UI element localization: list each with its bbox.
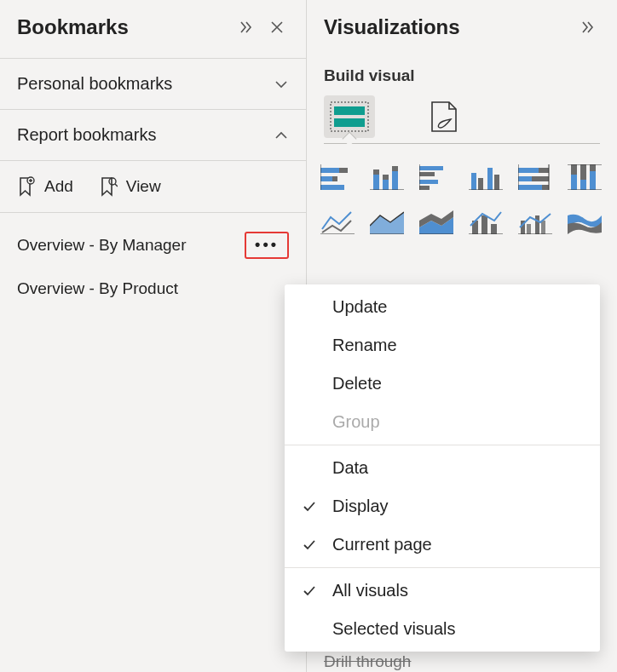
check-icon xyxy=(302,583,317,599)
ctx-all-visuals[interactable]: All visuals xyxy=(285,571,600,610)
report-bookmarks-label: Report bookmarks xyxy=(17,125,274,145)
bookmark-context-menu: Update Rename Delete Group Data Display … xyxy=(285,284,600,652)
svg-rect-14 xyxy=(383,175,389,180)
svg-rect-13 xyxy=(383,180,389,190)
bookmark-actions-row: Add View xyxy=(0,161,306,213)
svg-rect-30 xyxy=(518,176,532,181)
svg-rect-32 xyxy=(518,185,542,190)
ribbon-chart-icon[interactable] xyxy=(566,204,603,234)
svg-rect-16 xyxy=(392,166,398,171)
close-icon xyxy=(270,20,284,34)
view-label: View xyxy=(126,177,161,196)
chevron-double-right-icon xyxy=(239,20,254,35)
svg-rect-25 xyxy=(487,168,493,190)
separator xyxy=(285,445,600,445)
ellipsis-icon: ••• xyxy=(255,237,279,252)
bookmark-add-icon xyxy=(17,176,36,197)
svg-rect-33 xyxy=(542,185,549,190)
add-bookmark-button[interactable]: Add xyxy=(17,176,73,197)
line-chart-icon[interactable] xyxy=(319,204,356,234)
collapse-pane-button[interactable] xyxy=(234,15,258,39)
svg-rect-31 xyxy=(532,176,549,181)
ctx-rename[interactable]: Rename xyxy=(285,326,600,365)
build-visual-label: Build visual xyxy=(324,66,600,85)
svg-rect-39 xyxy=(580,180,586,190)
line-clustered-column-icon[interactable] xyxy=(516,204,554,234)
visualization-gallery xyxy=(307,144,617,250)
svg-rect-56 xyxy=(535,215,539,234)
check-icon xyxy=(302,537,317,553)
personal-bookmarks-section[interactable]: Personal bookmarks xyxy=(0,59,306,110)
bookmarks-pane: Bookmarks Personal bookmarks Report book… xyxy=(0,0,307,672)
svg-rect-11 xyxy=(373,175,379,190)
clustered-column-chart-icon[interactable] xyxy=(467,159,505,190)
svg-rect-7 xyxy=(320,176,332,181)
report-bookmarks-section[interactable]: Report bookmarks xyxy=(0,110,306,161)
svg-rect-55 xyxy=(527,224,531,234)
bookmark-view-icon xyxy=(99,176,118,197)
ctx-update[interactable]: Update xyxy=(285,288,600,326)
separator xyxy=(285,567,600,568)
view-bookmark-button[interactable]: View xyxy=(99,176,161,197)
svg-rect-41 xyxy=(590,171,596,190)
svg-rect-20 xyxy=(419,180,438,184)
format-visual-tab[interactable] xyxy=(418,95,469,138)
svg-rect-12 xyxy=(373,169,379,175)
area-chart-icon[interactable] xyxy=(368,204,406,234)
stacked-bar-chart-icon[interactable] xyxy=(319,159,356,190)
svg-rect-24 xyxy=(478,178,483,190)
check-icon xyxy=(302,499,317,514)
svg-rect-18 xyxy=(419,166,443,170)
chevron-double-right-icon xyxy=(580,20,596,35)
drill-through-label: Drill through xyxy=(324,652,411,671)
close-pane-button[interactable] xyxy=(265,15,289,39)
svg-rect-19 xyxy=(419,172,435,176)
hundred-stacked-column-icon[interactable] xyxy=(566,159,603,190)
svg-rect-40 xyxy=(590,164,596,171)
add-label: Add xyxy=(44,177,73,196)
svg-rect-38 xyxy=(580,164,586,180)
ctx-delete[interactable]: Delete xyxy=(285,365,600,403)
bookmark-item[interactable]: Overview - By Product xyxy=(0,269,306,308)
svg-rect-3 xyxy=(334,106,365,115)
bookmarks-title: Bookmarks xyxy=(17,15,228,39)
ctx-selected-visuals[interactable]: Selected visuals xyxy=(285,610,600,648)
clustered-bar-chart-icon[interactable] xyxy=(418,159,455,190)
chevron-down-icon xyxy=(274,77,289,92)
bookmarks-header: Bookmarks xyxy=(0,0,306,59)
svg-rect-23 xyxy=(471,173,476,190)
svg-rect-52 xyxy=(491,224,497,234)
svg-rect-6 xyxy=(339,168,348,173)
line-stacked-column-icon[interactable] xyxy=(467,204,505,234)
svg-rect-29 xyxy=(539,168,549,173)
svg-rect-26 xyxy=(494,175,499,190)
visualizations-title: Visualizations xyxy=(324,15,569,39)
svg-point-1 xyxy=(109,178,116,185)
collapse-viz-pane-button[interactable] xyxy=(576,15,600,39)
chevron-up-icon xyxy=(274,128,289,143)
ctx-data[interactable]: Data xyxy=(285,449,600,487)
svg-rect-37 xyxy=(571,175,577,190)
svg-rect-51 xyxy=(481,215,487,234)
hundred-stacked-bar-icon[interactable] xyxy=(516,159,554,190)
svg-rect-57 xyxy=(541,221,545,234)
build-visual-row: Build visual xyxy=(307,58,617,85)
svg-rect-9 xyxy=(320,185,344,190)
stacked-column-chart-icon[interactable] xyxy=(368,159,406,190)
build-visual-tab[interactable] xyxy=(324,95,375,138)
ctx-current-page[interactable]: Current page xyxy=(285,526,600,564)
svg-rect-15 xyxy=(392,171,398,190)
visualization-mode-tabs xyxy=(307,85,617,138)
bookmark-item-label: Overview - By Manager xyxy=(17,236,239,255)
svg-rect-4 xyxy=(334,118,365,127)
stacked-area-chart-icon[interactable] xyxy=(418,204,455,234)
page-brush-icon xyxy=(425,99,461,135)
bookmark-item[interactable]: Overview - By Manager ••• xyxy=(0,221,306,269)
svg-rect-8 xyxy=(332,176,337,181)
ctx-display[interactable]: Display xyxy=(285,487,600,526)
ctx-group: Group xyxy=(285,403,600,441)
visualizations-header: Visualizations xyxy=(307,0,617,58)
svg-rect-36 xyxy=(571,164,577,175)
bookmark-more-button[interactable]: ••• xyxy=(245,232,289,259)
bookmark-list: Overview - By Manager ••• Overview - By … xyxy=(0,213,306,317)
